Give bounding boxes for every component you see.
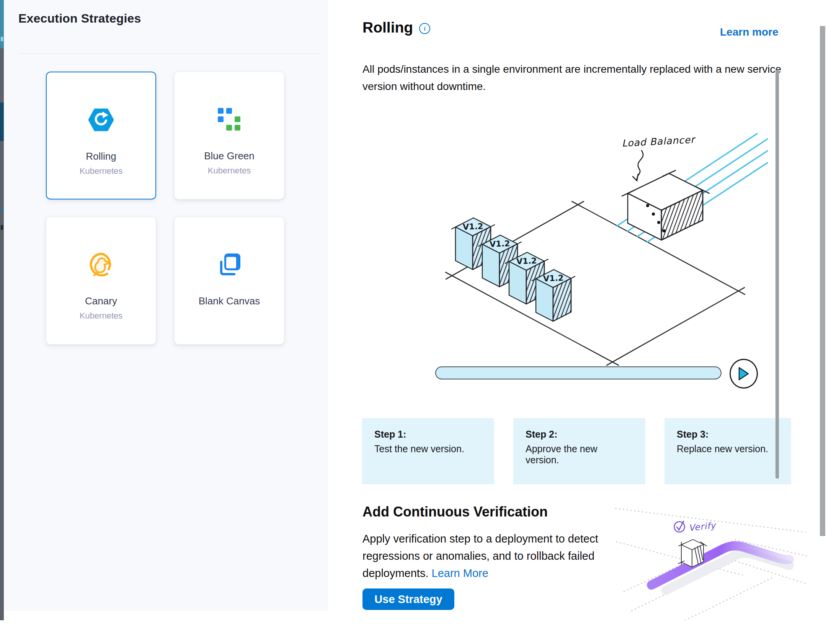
step-label: Step 1: <box>374 429 482 440</box>
step-label: Step 3: <box>677 429 779 440</box>
verify-illustration: Verify <box>609 494 808 620</box>
strategy-card-rolling[interactable]: Rolling Kubernetes <box>46 72 156 199</box>
panel-title: Execution Strategies <box>18 11 141 26</box>
strategy-name: Canary <box>85 295 117 307</box>
rolling-icon <box>88 108 114 132</box>
step-card-3: Step 3: Replace new version. <box>664 418 791 484</box>
continuous-verification-title: Add Continuous Verification <box>362 504 548 520</box>
step-text: Approve the new version. <box>526 443 633 466</box>
pod-version-label: V1.2 <box>543 273 564 283</box>
rolling-deployment-illustration: V1.2 V1.2 V1.2 V1.2 Load Balancer <box>429 132 769 369</box>
background-app-sliver <box>0 0 4 644</box>
background-nav-logo <box>1 37 3 41</box>
learn-more-link[interactable]: Learn more <box>720 26 779 38</box>
page-scrollbar-thumb[interactable] <box>820 26 825 536</box>
strategy-card-canary[interactable]: Canary Kubernetes <box>46 217 156 345</box>
arrow-squiggle <box>633 150 643 181</box>
learn-more-verification-link[interactable]: Learn More <box>432 567 488 579</box>
load-balancer-label: Load Balancer <box>622 134 696 149</box>
verify-check-icon <box>674 521 685 532</box>
strategy-subtitle: Kubernetes <box>208 166 251 176</box>
strategy-card-blank-canvas[interactable]: Blank Canvas <box>174 217 284 345</box>
pod-version-label: V1.2 <box>490 239 510 249</box>
verify-label: Verify <box>688 520 717 533</box>
background-nav-icon <box>1 225 3 230</box>
step-text: Test the new version. <box>374 443 482 454</box>
canary-icon <box>89 252 113 277</box>
step-card-2: Step 2: Approve the new version. <box>513 418 645 484</box>
detail-title: Rolling <box>362 19 413 36</box>
blank-canvas-icon <box>217 252 241 277</box>
strategy-subtitle: Kubernetes <box>80 166 123 176</box>
use-strategy-button[interactable]: Use Strategy <box>362 588 454 610</box>
strategy-description: All pods/instances in a single environme… <box>362 60 784 95</box>
play-icon <box>738 366 749 381</box>
blue-green-icon <box>218 107 241 132</box>
strategy-name: Rolling <box>86 150 116 162</box>
detail-header: Rolling i <box>362 19 430 36</box>
step-label: Step 2: <box>526 429 633 440</box>
pod-version-label: V1.2 <box>463 222 483 232</box>
strategy-card-blue-green[interactable]: Blue Green Kubernetes <box>174 72 284 199</box>
step-card-1: Step 1: Test the new version. <box>362 418 494 484</box>
strategy-subtitle: Kubernetes <box>80 311 123 321</box>
background-nav-divider <box>0 209 4 211</box>
pod-version-label: V1.2 <box>516 256 537 266</box>
strategy-name: Blue Green <box>204 150 255 162</box>
strategy-selection-panel: Execution Strategies Rolling Kubernetes <box>4 0 328 611</box>
panel-divider <box>18 53 320 54</box>
background-nav-selected-item <box>0 103 4 141</box>
animation-progress-bar <box>435 366 722 379</box>
background-page-bottom <box>0 620 4 644</box>
continuous-verification-body: Apply verification step to a deployment … <box>362 530 600 582</box>
strategy-name: Blank Canvas <box>199 295 260 307</box>
info-icon[interactable]: i <box>419 23 430 34</box>
modal-scrollbar-thumb[interactable] <box>775 70 779 479</box>
play-button[interactable] <box>730 359 758 389</box>
step-text: Replace new version. <box>677 443 779 454</box>
